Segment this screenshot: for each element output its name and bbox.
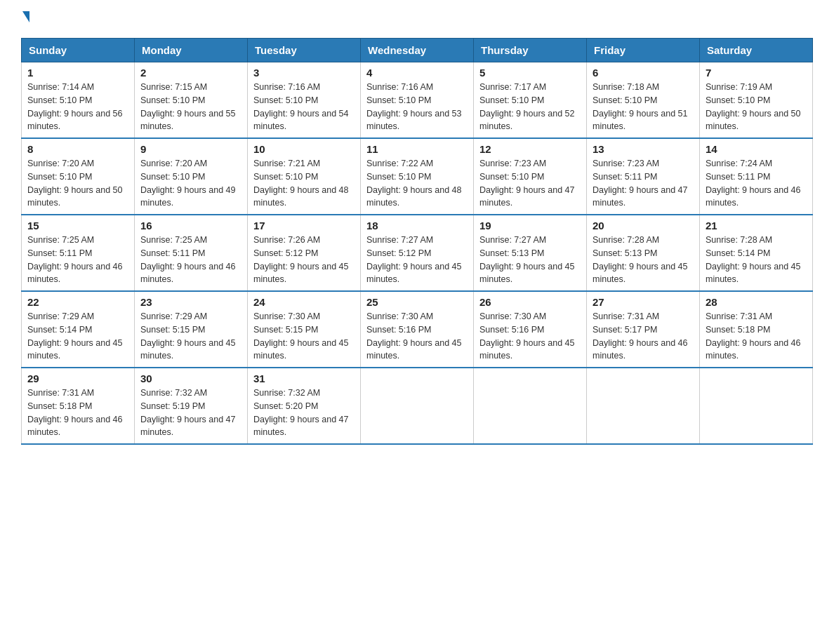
sunrise-label: Sunrise: 7:28 AM bbox=[593, 235, 659, 245]
table-cell: 12 Sunrise: 7:23 AM Sunset: 5:10 PM Dayl… bbox=[474, 138, 587, 215]
sunrise-label: Sunrise: 7:21 AM bbox=[253, 159, 320, 168]
day-info: Sunrise: 7:30 AM Sunset: 5:15 PM Dayligh… bbox=[253, 310, 355, 363]
table-cell: 1 Sunrise: 7:14 AM Sunset: 5:10 PM Dayli… bbox=[22, 62, 135, 139]
sunset-label: Sunset: 5:17 PM bbox=[593, 325, 657, 335]
daylight-label: Daylight: 9 hours and 45 minutes. bbox=[479, 338, 575, 361]
sunrise-label: Sunrise: 7:29 AM bbox=[140, 311, 207, 321]
table-cell: 11 Sunrise: 7:22 AM Sunset: 5:10 PM Dayl… bbox=[361, 138, 474, 215]
table-cell: 22 Sunrise: 7:29 AM Sunset: 5:14 PM Dayl… bbox=[22, 291, 135, 368]
daylight-label: Daylight: 9 hours and 46 minutes. bbox=[27, 415, 123, 438]
day-number: 3 bbox=[253, 67, 355, 79]
sunrise-label: Sunrise: 7:30 AM bbox=[366, 311, 433, 321]
sunset-label: Sunset: 5:10 PM bbox=[593, 95, 657, 105]
sunset-label: Sunset: 5:14 PM bbox=[706, 248, 770, 258]
day-number: 12 bbox=[479, 143, 581, 155]
col-monday: Monday bbox=[135, 39, 248, 62]
day-number: 13 bbox=[593, 143, 694, 155]
daylight-label: Daylight: 9 hours and 45 minutes. bbox=[706, 262, 801, 285]
logo bbox=[21, 14, 29, 24]
day-info: Sunrise: 7:21 AM Sunset: 5:10 PM Dayligh… bbox=[253, 157, 355, 210]
table-cell: 4 Sunrise: 7:16 AM Sunset: 5:10 PM Dayli… bbox=[361, 62, 474, 139]
day-info: Sunrise: 7:32 AM Sunset: 5:19 PM Dayligh… bbox=[140, 387, 241, 439]
daylight-label: Daylight: 9 hours and 45 minutes. bbox=[366, 338, 462, 361]
day-info: Sunrise: 7:30 AM Sunset: 5:16 PM Dayligh… bbox=[366, 310, 468, 363]
table-cell: 16 Sunrise: 7:25 AM Sunset: 5:11 PM Dayl… bbox=[135, 215, 248, 291]
table-cell: 15 Sunrise: 7:25 AM Sunset: 5:11 PM Dayl… bbox=[22, 215, 135, 291]
day-number: 1 bbox=[27, 67, 128, 79]
day-number: 21 bbox=[706, 220, 807, 232]
sunrise-label: Sunrise: 7:31 AM bbox=[27, 388, 94, 398]
sunset-label: Sunset: 5:18 PM bbox=[27, 401, 92, 411]
sunrise-label: Sunrise: 7:31 AM bbox=[706, 311, 772, 321]
sunset-label: Sunset: 5:11 PM bbox=[593, 172, 657, 182]
table-cell: 31 Sunrise: 7:32 AM Sunset: 5:20 PM Dayl… bbox=[248, 368, 361, 444]
page-header bbox=[21, 14, 813, 24]
sunrise-label: Sunrise: 7:16 AM bbox=[366, 82, 433, 92]
daylight-label: Daylight: 9 hours and 46 minutes. bbox=[593, 338, 688, 361]
sunrise-label: Sunrise: 7:26 AM bbox=[253, 235, 320, 245]
daylight-label: Daylight: 9 hours and 45 minutes. bbox=[253, 338, 349, 361]
day-number: 11 bbox=[366, 143, 468, 155]
day-info: Sunrise: 7:25 AM Sunset: 5:11 PM Dayligh… bbox=[140, 234, 241, 286]
day-number: 10 bbox=[253, 143, 355, 155]
table-cell: 6 Sunrise: 7:18 AM Sunset: 5:10 PM Dayli… bbox=[587, 62, 700, 139]
col-tuesday: Tuesday bbox=[248, 39, 361, 62]
sunrise-label: Sunrise: 7:15 AM bbox=[140, 82, 207, 92]
sunset-label: Sunset: 5:13 PM bbox=[479, 248, 544, 258]
day-info: Sunrise: 7:25 AM Sunset: 5:11 PM Dayligh… bbox=[27, 234, 128, 286]
day-info: Sunrise: 7:16 AM Sunset: 5:10 PM Dayligh… bbox=[253, 81, 355, 133]
day-number: 20 bbox=[593, 220, 694, 232]
calendar-table: Sunday Monday Tuesday Wednesday Thursday… bbox=[21, 38, 813, 445]
table-cell: 26 Sunrise: 7:30 AM Sunset: 5:16 PM Dayl… bbox=[474, 291, 587, 368]
daylight-label: Daylight: 9 hours and 51 minutes. bbox=[593, 109, 688, 132]
day-info: Sunrise: 7:32 AM Sunset: 5:20 PM Dayligh… bbox=[253, 387, 355, 439]
day-number: 17 bbox=[253, 220, 355, 232]
sunrise-label: Sunrise: 7:16 AM bbox=[253, 82, 320, 92]
sunrise-label: Sunrise: 7:19 AM bbox=[706, 82, 772, 92]
sunrise-label: Sunrise: 7:30 AM bbox=[253, 311, 320, 321]
sunrise-label: Sunrise: 7:28 AM bbox=[706, 235, 772, 245]
col-thursday: Thursday bbox=[474, 39, 587, 62]
sunset-label: Sunset: 5:13 PM bbox=[593, 248, 657, 258]
day-number: 4 bbox=[366, 67, 468, 79]
sunset-label: Sunset: 5:10 PM bbox=[253, 95, 318, 105]
daylight-label: Daylight: 9 hours and 45 minutes. bbox=[140, 338, 236, 361]
table-cell: 2 Sunrise: 7:15 AM Sunset: 5:10 PM Dayli… bbox=[135, 62, 248, 139]
table-cell: 24 Sunrise: 7:30 AM Sunset: 5:15 PM Dayl… bbox=[248, 291, 361, 368]
sunset-label: Sunset: 5:14 PM bbox=[27, 325, 92, 335]
week-row-2: 8 Sunrise: 7:20 AM Sunset: 5:10 PM Dayli… bbox=[22, 138, 813, 215]
table-cell bbox=[700, 368, 813, 444]
daylight-label: Daylight: 9 hours and 45 minutes. bbox=[593, 262, 688, 285]
day-number: 15 bbox=[27, 220, 128, 232]
day-info: Sunrise: 7:15 AM Sunset: 5:10 PM Dayligh… bbox=[140, 81, 241, 133]
daylight-label: Daylight: 9 hours and 56 minutes. bbox=[27, 109, 123, 132]
table-cell: 5 Sunrise: 7:17 AM Sunset: 5:10 PM Dayli… bbox=[474, 62, 587, 139]
table-cell: 18 Sunrise: 7:27 AM Sunset: 5:12 PM Dayl… bbox=[361, 215, 474, 291]
table-cell: 20 Sunrise: 7:28 AM Sunset: 5:13 PM Dayl… bbox=[587, 215, 700, 291]
table-cell: 7 Sunrise: 7:19 AM Sunset: 5:10 PM Dayli… bbox=[700, 62, 813, 139]
daylight-label: Daylight: 9 hours and 45 minutes. bbox=[27, 338, 123, 361]
day-info: Sunrise: 7:29 AM Sunset: 5:14 PM Dayligh… bbox=[27, 310, 128, 363]
daylight-label: Daylight: 9 hours and 47 minutes. bbox=[140, 415, 236, 438]
day-info: Sunrise: 7:27 AM Sunset: 5:13 PM Dayligh… bbox=[479, 234, 581, 286]
day-number: 18 bbox=[366, 220, 468, 232]
daylight-label: Daylight: 9 hours and 47 minutes. bbox=[593, 185, 688, 208]
week-row-3: 15 Sunrise: 7:25 AM Sunset: 5:11 PM Dayl… bbox=[22, 215, 813, 291]
daylight-label: Daylight: 9 hours and 55 minutes. bbox=[140, 109, 236, 132]
sunrise-label: Sunrise: 7:30 AM bbox=[479, 311, 546, 321]
daylight-label: Daylight: 9 hours and 45 minutes. bbox=[479, 262, 575, 285]
sunset-label: Sunset: 5:10 PM bbox=[253, 172, 318, 182]
table-cell: 25 Sunrise: 7:30 AM Sunset: 5:16 PM Dayl… bbox=[361, 291, 474, 368]
sunrise-label: Sunrise: 7:23 AM bbox=[593, 159, 659, 168]
sunrise-label: Sunrise: 7:32 AM bbox=[140, 388, 207, 398]
daylight-label: Daylight: 9 hours and 53 minutes. bbox=[366, 109, 462, 132]
daylight-label: Daylight: 9 hours and 46 minutes. bbox=[140, 262, 236, 285]
table-cell bbox=[474, 368, 587, 444]
sunset-label: Sunset: 5:16 PM bbox=[366, 325, 431, 335]
day-number: 28 bbox=[706, 296, 807, 308]
day-info: Sunrise: 7:22 AM Sunset: 5:10 PM Dayligh… bbox=[366, 157, 468, 210]
sunset-label: Sunset: 5:19 PM bbox=[140, 401, 205, 411]
day-number: 27 bbox=[593, 296, 694, 308]
sunset-label: Sunset: 5:10 PM bbox=[140, 95, 205, 105]
sunrise-label: Sunrise: 7:24 AM bbox=[706, 159, 772, 168]
